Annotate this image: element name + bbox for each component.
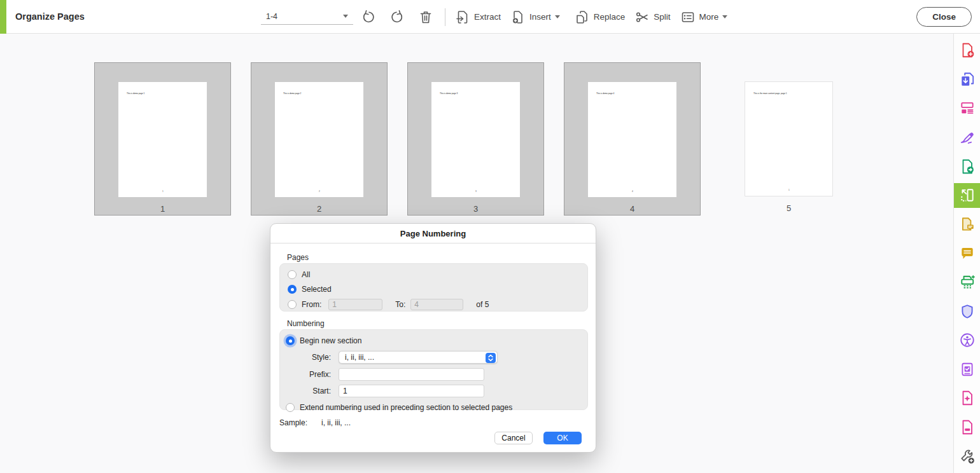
replace-icon — [575, 10, 590, 25]
page-thumbnail[interactable]: This is demo page 444 — [564, 62, 701, 216]
page-thumbnail[interactable]: This is demo page 222 — [251, 62, 388, 216]
from-page-input[interactable] — [328, 299, 382, 310]
from-label: From: — [302, 300, 321, 309]
sample-value: i, ii, iii, ... — [321, 418, 351, 427]
page-preview-footer-number: 1 — [162, 190, 164, 192]
thumbnail-page-preview: This is demo page 44 — [588, 82, 676, 197]
rotate-clockwise-button[interactable] — [388, 6, 407, 28]
rotate-ccw-icon — [361, 10, 376, 25]
pages-section-label: Pages — [287, 253, 309, 262]
comments-button[interactable] — [954, 241, 980, 266]
insert-button[interactable]: Insert — [510, 6, 565, 28]
sample-label: Sample: — [279, 418, 307, 427]
scan-ocr-icon — [959, 274, 976, 291]
style-select[interactable]: i, ii, iii, ... — [339, 351, 498, 364]
protect-button[interactable] — [954, 299, 980, 324]
more-label: More — [699, 12, 719, 22]
prepare-form-button[interactable] — [954, 357, 980, 382]
page-thumbnail[interactable]: This is demo page 333 — [407, 62, 544, 216]
page-title: Organize Pages — [15, 0, 85, 34]
close-button[interactable]: Close — [916, 7, 972, 27]
numbering-section-label: Numbering — [287, 319, 325, 328]
organize-pages-button[interactable] — [954, 183, 980, 208]
pages-group: All Selected From: To: of 5 — [279, 263, 588, 312]
page-number-label: 1 — [95, 204, 230, 214]
page-preview-footer-number: 2 — [319, 190, 320, 192]
rotate-cw-icon — [389, 10, 405, 25]
extend-numbering-radio[interactable] — [286, 403, 295, 412]
create-pdf-icon — [959, 42, 976, 58]
accessibility-button[interactable] — [954, 328, 980, 353]
begin-new-section-radio[interactable] — [286, 336, 295, 345]
sample-row: Sample: i, ii, iii, ... — [279, 418, 351, 427]
chevron-down-icon — [343, 15, 348, 18]
radio-row-begin-new-section[interactable]: Begin new section — [286, 334, 361, 347]
more-button[interactable]: More — [680, 6, 733, 28]
chevron-down-icon — [555, 15, 560, 18]
prefix-row: Prefix: — [280, 368, 585, 381]
page-thumbnail[interactable]: This is the main content page, page 115 — [720, 62, 857, 216]
thumbnail-page-preview: This is the main content page, page 11 — [745, 81, 833, 196]
extract-button[interactable]: Extract — [455, 6, 501, 28]
redact-icon — [959, 419, 976, 435]
selected-radio[interactable] — [288, 285, 297, 294]
trash-icon — [418, 10, 433, 25]
more-tools-button[interactable] — [954, 444, 980, 469]
create-pdf-button[interactable] — [954, 38, 980, 63]
split-button[interactable]: Split — [634, 6, 670, 28]
acrobat-organize-pages-app: Organize Pages 1-4 — [0, 0, 980, 473]
rich-media-icon — [959, 390, 976, 406]
prefix-label: Prefix: — [280, 370, 331, 379]
edit-pdf-icon — [959, 100, 976, 116]
tools-sidebar — [953, 34, 980, 473]
page-preview-text: This is demo page 1 — [127, 92, 144, 94]
edit-pdf-button[interactable] — [954, 96, 980, 121]
split-label: Split — [654, 12, 670, 22]
start-input[interactable] — [339, 385, 484, 397]
page-number-label: 2 — [251, 204, 387, 214]
prefix-input[interactable] — [339, 368, 484, 381]
cancel-button[interactable]: Cancel — [494, 432, 533, 444]
prepare-form-icon — [959, 361, 976, 378]
to-label: To: — [395, 300, 405, 309]
ok-button[interactable]: OK — [543, 432, 582, 444]
to-page-input[interactable] — [410, 299, 463, 310]
page-preview-footer-number: 1 — [788, 189, 790, 191]
radio-row-from[interactable]: From: To: of 5 — [288, 298, 580, 311]
style-label: Style: — [280, 353, 331, 362]
page-thumbnail[interactable]: This is demo page 111 — [94, 62, 231, 216]
combine-files-icon — [959, 71, 976, 88]
fill-sign-icon — [959, 129, 976, 146]
thumbnail-page-preview: This is demo page 22 — [275, 82, 363, 197]
all-radio[interactable] — [288, 270, 297, 279]
extract-icon — [455, 10, 470, 25]
insert-label: Insert — [529, 12, 551, 22]
combine-files-button[interactable] — [954, 67, 980, 92]
thumbnail-page-preview: This is demo page 33 — [431, 82, 520, 197]
page-preview-text: This is the main content page, page 1 — [753, 92, 787, 94]
rotate-counterclockwise-button[interactable] — [359, 6, 378, 28]
radio-row-all[interactable]: All — [288, 268, 310, 281]
page-preview-text: This is demo page 2 — [283, 92, 301, 94]
more-tools-icon — [959, 448, 976, 465]
thumbnail-row: This is demo page 111This is demo page 2… — [94, 62, 877, 216]
page-preview-footer-number: 3 — [475, 190, 477, 192]
page-number-label: 4 — [564, 204, 700, 214]
dialog-title: Page Numbering — [270, 224, 596, 243]
more-list-icon — [680, 10, 696, 25]
delete-pages-button[interactable] — [416, 6, 435, 28]
selected-radio-label: Selected — [302, 285, 332, 294]
fill-sign-button[interactable] — [954, 125, 980, 150]
scan-ocr-button[interactable] — [954, 270, 980, 295]
request-signatures-button[interactable] — [954, 212, 980, 237]
export-pdf-button[interactable] — [954, 154, 980, 179]
radio-row-extend[interactable]: Extend numbering used in preceding secti… — [286, 401, 585, 414]
select-stepper-icon — [486, 353, 496, 363]
radio-row-selected[interactable]: Selected — [288, 283, 332, 296]
page-range-dropdown[interactable]: 1-4 — [261, 8, 353, 25]
page-number-label: 3 — [408, 204, 543, 214]
from-radio[interactable] — [288, 300, 297, 309]
rich-media-button[interactable] — [954, 386, 980, 411]
replace-button[interactable]: Replace — [575, 6, 626, 28]
redact-button[interactable] — [954, 415, 980, 440]
